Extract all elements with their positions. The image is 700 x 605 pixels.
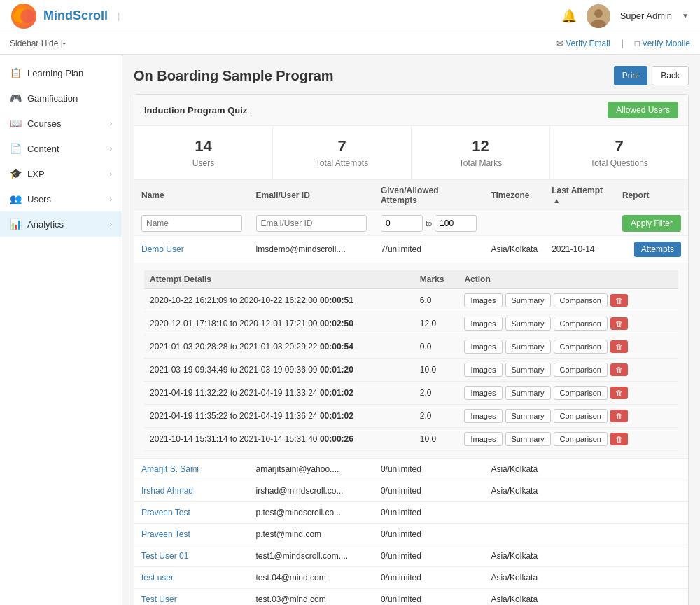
attempt-time: 2021-10-14 15:31:14 to 2021-10-14 15:31:… — [144, 428, 414, 451]
delete-button[interactable]: 🗑 — [610, 410, 628, 422]
attempt-time: 2021-03-19 09:34:49 to 2021-03-19 09:36:… — [144, 359, 414, 382]
table-row: test user test.04@mind.com 0/unlimited A… — [134, 567, 688, 589]
summary-button[interactable]: Summary — [505, 317, 551, 331]
sidebar-item-analytics[interactable]: 📊 Analytics › — [0, 211, 122, 237]
user-name[interactable]: Super Admin — [620, 11, 672, 21]
delete-button[interactable]: 🗑 — [610, 387, 628, 399]
attempt-row: 2021-10-14 15:31:14 to 2021-10-14 15:31:… — [144, 428, 678, 451]
attempt-actions: Images Summary Comparison 🗑 — [458, 428, 678, 451]
images-button[interactable]: Images — [464, 317, 502, 331]
user-link[interactable]: Amarjit S. Saini — [141, 464, 199, 474]
user-link[interactable]: Test User 01 — [141, 551, 188, 561]
users-icon: 👥 — [10, 193, 22, 204]
verify-email-link[interactable]: ✉ Verify Email — [556, 39, 610, 48]
table-row: Praveen Test p.test@mind.com 0/unlimited — [134, 524, 688, 545]
th-report: Report — [615, 180, 688, 211]
user-dropdown-arrow[interactable]: ▼ — [682, 12, 689, 20]
attempts-button[interactable]: Attempts — [634, 242, 681, 257]
comparison-button[interactable]: Comparison — [554, 432, 608, 446]
page-title: On Boarding Sample Program — [134, 68, 334, 84]
comparison-button[interactable]: Comparison — [554, 340, 608, 354]
comparison-button[interactable]: Comparison — [554, 409, 608, 423]
user-link[interactable]: test user — [141, 573, 174, 583]
images-button[interactable]: Images — [464, 340, 502, 354]
sidebar-item-courses[interactable]: 📖 Courses › — [0, 111, 122, 136]
delete-button[interactable]: 🗑 — [610, 433, 628, 445]
filter-email-input[interactable] — [256, 215, 367, 232]
apply-filter-button[interactable]: Apply Filter — [622, 215, 681, 232]
attempt-row: 2021-04-19 11:35:22 to 2021-04-19 11:36:… — [144, 405, 678, 428]
summary-button[interactable]: Summary — [505, 293, 551, 307]
user-link[interactable]: Test User — [141, 594, 177, 604]
user-report-cell: Attempts — [615, 236, 688, 263]
filter-name-cell — [134, 211, 249, 236]
delete-button[interactable]: 🗑 — [610, 294, 628, 307]
content-arrow: › — [110, 145, 112, 153]
sidebar-item-users[interactable]: 👥 Users › — [0, 186, 122, 211]
images-button[interactable]: Images — [464, 363, 502, 377]
images-button[interactable]: Images — [464, 293, 502, 307]
sidebar-item-content[interactable]: 📄 Content › — [0, 136, 122, 161]
lxp-icon: 🎓 — [10, 168, 22, 179]
filter-last-cell — [545, 211, 615, 236]
verify-links: ✉ Verify Email | □ Verify Mobile — [556, 39, 690, 48]
user-link[interactable]: Praveen Test — [141, 529, 190, 539]
sidebar-item-lxp[interactable]: 🎓 LXP › — [0, 161, 122, 186]
delete-button[interactable]: 🗑 — [610, 363, 628, 376]
page-header: On Boarding Sample Program Print Back — [134, 66, 689, 85]
bell-icon[interactable]: 🔔 — [561, 8, 577, 24]
images-button[interactable]: Images — [464, 386, 502, 400]
user-link[interactable]: Irshad Ahmad — [141, 486, 193, 496]
images-button[interactable]: Images — [464, 409, 502, 423]
user-link[interactable]: Demo User — [141, 244, 184, 254]
summary-button[interactable]: Summary — [505, 432, 551, 446]
sidebar-item-learning-plan[interactable]: 📋 Learning Plan — [0, 60, 122, 85]
courses-icon: 📖 — [10, 118, 22, 129]
user-link[interactable]: Praveen Test — [141, 508, 190, 517]
attempt-row: 2021-03-19 09:34:49 to 2021-03-19 09:36:… — [144, 359, 678, 382]
allowed-users-button[interactable]: Allowed Users — [608, 102, 678, 118]
summary-button[interactable]: Summary — [505, 340, 551, 354]
table-row: Test User 01 test1@mindscroll.com.... 0/… — [134, 545, 688, 567]
stat-users-label: Users — [141, 158, 265, 168]
delete-button[interactable]: 🗑 — [610, 340, 628, 353]
back-button[interactable]: Back — [652, 66, 689, 85]
stat-questions: 7 Total Questions — [550, 126, 688, 179]
summary-button[interactable]: Summary — [505, 386, 551, 400]
verify-mobile-link[interactable]: □ Verify Mobile — [635, 39, 690, 48]
stat-marks: 12 Total Marks — [412, 126, 550, 179]
header-right: 🔔 Super Admin ▼ — [561, 4, 689, 28]
sidebar-item-label: Content — [27, 144, 59, 154]
user-name-cell: Demo User — [134, 236, 249, 263]
user-name-cell: Amarjit S. Saini — [134, 459, 249, 480]
comparison-button[interactable]: Comparison — [554, 363, 608, 377]
print-button[interactable]: Print — [614, 66, 648, 85]
courses-arrow: › — [110, 120, 112, 127]
attempt-th-marks: Marks — [414, 270, 459, 289]
th-last-attempt: Last Attempt ▲ — [545, 180, 615, 211]
images-button[interactable]: Images — [464, 432, 502, 446]
summary-button[interactable]: Summary — [505, 409, 551, 423]
filter-attempts-from[interactable] — [381, 215, 423, 232]
attempt-time: 2021-04-19 11:35:22 to 2021-04-19 11:36:… — [144, 405, 414, 428]
attempt-row: 2021-04-19 11:32:22 to 2021-04-19 11:33:… — [144, 382, 678, 405]
filter-row: to Apply Filter — [134, 211, 688, 236]
sort-icon: ▲ — [553, 197, 560, 204]
sidebar-hide-btn[interactable]: Sidebar Hide |- — [10, 39, 66, 48]
filter-attempts-to[interactable] — [435, 215, 477, 232]
logo-icon — [11, 4, 36, 29]
table-row: Test User test.03@mind.com 0/unlimited A… — [134, 589, 688, 606]
attempt-actions: Images Summary Comparison 🗑 — [458, 359, 678, 382]
attempt-marks: 2.0 — [414, 405, 459, 428]
attempt-marks: 12.0 — [414, 312, 459, 335]
filter-name-input[interactable] — [141, 215, 242, 232]
comparison-button[interactable]: Comparison — [554, 317, 608, 331]
filter-to-label: to — [426, 219, 432, 228]
summary-button[interactable]: Summary — [505, 363, 551, 377]
quiz-card-header: Induction Program Quiz Allowed Users — [134, 95, 688, 126]
comparison-button[interactable]: Comparison — [554, 293, 608, 307]
sidebar-item-gamification[interactable]: 🎮 Gamification — [0, 85, 122, 111]
delete-button[interactable]: 🗑 — [610, 317, 628, 330]
comparison-button[interactable]: Comparison — [554, 386, 608, 400]
header-title: MindScroll — [43, 8, 108, 23]
